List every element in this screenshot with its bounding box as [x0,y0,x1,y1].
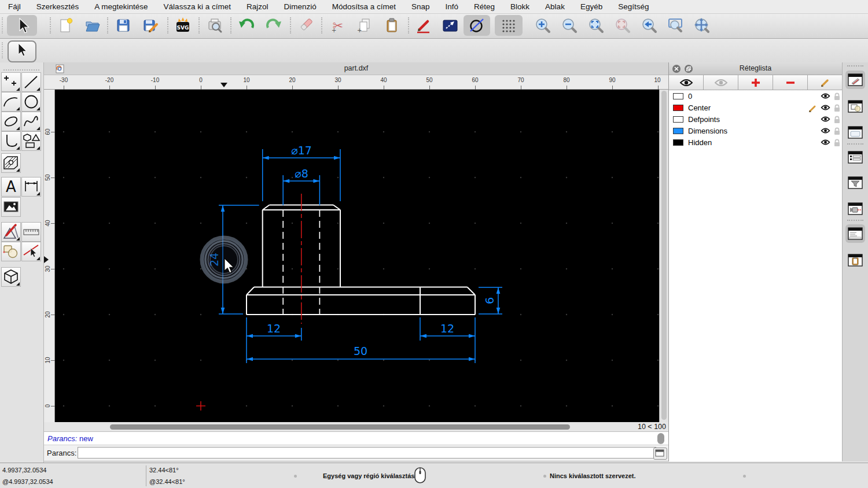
zoom-in-button[interactable] [534,17,551,34]
tool-solid-3d[interactable] [1,267,21,287]
draw-pen-button[interactable] [415,17,432,34]
grid-toggle-button[interactable] [500,17,517,34]
layer-row-center[interactable]: Center [669,102,842,114]
tool-line[interactable] [21,72,41,92]
menu-edit[interactable]: Szerkesztés [36,2,79,11]
command-history-scrollbar[interactable] [657,433,664,444]
menu-layer[interactable]: Réteg [474,2,495,11]
zoom-auto-button[interactable] [587,17,605,34]
restrict-circle-button[interactable] [468,17,486,34]
layer-row-defpoints[interactable]: Defpoints [669,114,842,125]
menu-select[interactable]: Válassza ki a címet [164,2,231,11]
tab-title[interactable]: part.dxf [44,64,668,72]
clipboard-panel-toggle[interactable] [845,251,865,269]
print-preview-button[interactable] [206,17,223,34]
remove-layer-button[interactable] [773,75,808,90]
drawing-canvas[interactable]: ⌀17 ⌀8 24 6 12 12 50 [55,90,659,422]
tool-circle[interactable] [21,92,41,112]
menu-dimension[interactable]: Dimenzió [284,2,316,11]
menu-file[interactable]: Fájl [8,2,21,11]
tool-hatch[interactable] [1,153,21,173]
pan-button[interactable] [693,17,711,34]
zoom-previous-button[interactable] [641,17,658,34]
menu-help[interactable]: Segítség [618,2,649,11]
edit-layer-button[interactable] [808,75,842,90]
redo-button[interactable] [265,17,282,34]
command-options-button[interactable] [653,448,667,460]
layer-row-0[interactable]: 0 [669,91,842,102]
tool-modify[interactable] [1,222,21,242]
property-list-panel-toggle[interactable] [845,148,865,167]
command-input[interactable] [78,447,656,459]
absolute-polar-coordinate: 32.44<81° [149,467,179,474]
save-button[interactable] [115,17,132,34]
tool-shapes[interactable] [21,131,41,151]
layer-row-hidden[interactable]: Hidden [669,137,842,149]
copy-button[interactable]: + [356,17,373,34]
layer-lock-icon[interactable] [833,104,841,112]
tool-polyline[interactable] [1,131,21,151]
tool-measure[interactable] [21,222,41,242]
view-panel-toggle[interactable] [845,199,865,218]
selection-status: Nincs kiválasztott szervezet. [550,472,636,479]
layer-row-dimensions[interactable]: Dimensions [669,125,842,137]
tool-image[interactable] [1,197,21,217]
layer-lock-icon[interactable] [833,116,841,124]
dimension-texts[interactable]: ⌀17 ⌀8 24 6 12 12 50 [208,144,496,357]
ruler-label: 70 [514,77,528,83]
tool-dimension[interactable] [21,177,41,197]
add-layer-button[interactable] [738,75,773,90]
zoom-selection-button[interactable] [614,17,631,34]
new-document-button[interactable] [57,17,75,34]
save-as-button[interactable] [142,17,159,34]
menu-snap[interactable]: Snap [411,2,430,11]
selection-filter-panel-toggle[interactable] [845,173,865,192]
menu-draw[interactable]: Rajzol [247,2,269,11]
library-browser-panel-toggle[interactable] [845,123,865,142]
paste-button[interactable] [383,17,400,34]
drafting-mode-button[interactable] [442,17,459,34]
tool-snap-select[interactable] [21,242,41,261]
layer-lock-icon[interactable] [833,127,841,135]
cut-button[interactable]: ✂+ [329,17,346,34]
canvas-horizontal-scrollbar[interactable]: 10 < 100 [44,422,668,432]
canvas-vertical-scrollbar[interactable] [659,90,668,422]
menu-block[interactable]: Blokk [510,2,529,11]
menu-info[interactable]: Infó [446,2,459,11]
menu-modify[interactable]: Módosítsa a címet [332,2,396,11]
command-history[interactable]: Parancs: new [44,432,668,445]
zoom-out-button[interactable] [561,17,578,34]
show-all-layers-button[interactable] [669,75,704,90]
menu-view[interactable]: A megtekintése [94,2,148,11]
delete-eraser-button[interactable] [297,17,314,34]
hide-all-layers-button[interactable] [704,75,738,90]
layer-visible-icon[interactable] [821,127,830,134]
layer-visible-icon[interactable] [821,104,830,111]
tool-spline[interactable] [21,112,41,131]
tool-arc[interactable] [1,92,21,112]
tool-modify-trim[interactable] [1,242,21,261]
layer-visible-icon[interactable] [821,116,830,123]
tool-text[interactable]: A [1,177,21,197]
toolbar-drag-handle[interactable] [2,17,3,34]
menu-window[interactable]: Ablak [545,2,565,11]
select-cursor-icon[interactable] [14,17,31,34]
layer-list-panel-toggle[interactable] [845,71,865,89]
layer-visible-icon[interactable] [821,93,830,99]
active-tool-button[interactable] [8,40,36,62]
menu-misc[interactable]: Egyéb [580,2,602,11]
zoom-window-button[interactable] [667,17,684,34]
dimension-lines[interactable] [219,149,502,363]
undo-button[interactable] [238,17,255,34]
layer-lock-icon[interactable] [833,93,841,101]
part-outline[interactable] [247,205,475,315]
tool-ellipse[interactable] [1,112,21,131]
command-line-panel-toggle[interactable] [845,224,865,243]
layer-visible-icon[interactable] [821,139,830,146]
svg-export-button[interactable]: SVG [174,17,192,34]
layer-lock-icon[interactable] [833,139,841,147]
tool-points[interactable] [1,72,21,92]
open-file-button[interactable] [84,17,101,34]
block-list-panel-toggle[interactable] [845,97,865,116]
hscroll-thumb[interactable] [110,424,570,430]
